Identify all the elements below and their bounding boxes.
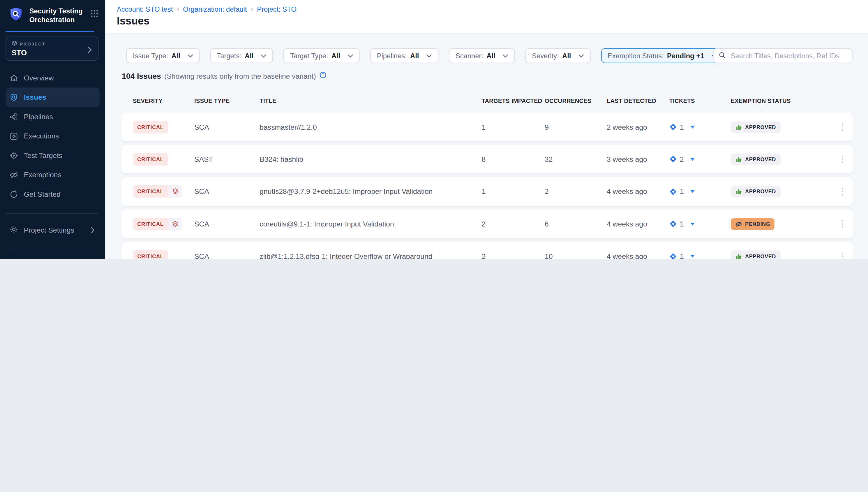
row-menu-kebab-icon[interactable] — [839, 218, 847, 230]
sidebar-item-overview[interactable]: Overview — [5, 68, 100, 88]
occurrences-cell: 2 — [545, 188, 607, 196]
tickets-cell[interactable]: 1 — [669, 252, 731, 259]
filter-targets[interactable]: Targets:All — [210, 48, 273, 63]
sidebar-item-test-targets[interactable]: Test Targets — [5, 146, 100, 165]
row-menu-kebab-icon[interactable] — [839, 153, 847, 165]
status-label: APPROVED — [745, 124, 776, 130]
sidebar-item-label: Test Targets — [24, 151, 62, 160]
ticket-count: 1 — [680, 188, 684, 196]
tickets-cell[interactable]: 1 — [669, 123, 731, 131]
main-content: Account: STO test › Organization: defaul… — [105, 0, 868, 259]
issue-row[interactable]: CRITICALSCAzlib@1:1.2.13.dfsg-1: Integer… — [122, 242, 853, 259]
chevron-down-icon — [502, 54, 508, 57]
status-label: APPROVED — [745, 156, 776, 162]
sidebar-item-exemptions[interactable]: Exemptions — [5, 165, 100, 184]
last-detected-cell: 4 weeks ago — [607, 252, 669, 259]
occurrences-cell: 32 — [545, 155, 607, 164]
chevron-right-icon — [87, 46, 92, 55]
exemption-status-cell: PENDING — [731, 218, 832, 230]
ticket-dropdown-caret-icon[interactable] — [690, 255, 695, 258]
ticket-dropdown-caret-icon[interactable] — [690, 125, 695, 128]
gear-icon — [9, 225, 18, 236]
last-detected-cell: 2 weeks ago — [607, 123, 669, 131]
sidebar-item-executions[interactable]: Executions — [5, 126, 100, 146]
severity-cell: CRITICAL — [133, 153, 194, 166]
targets-impacted-cell: 8 — [481, 155, 545, 164]
table-header: SEVERITY ISSUE TYPE TITLE TARGETS IMPACT… — [122, 97, 853, 104]
search-box[interactable] — [713, 48, 852, 63]
chevron-separator-icon: › — [251, 4, 253, 13]
chevron-down-icon — [426, 54, 432, 57]
severity-label: CRITICAL — [133, 250, 168, 259]
sidebar-item-label: Executions — [24, 132, 59, 140]
severity-label: CRITICAL — [133, 217, 168, 230]
row-menu-kebab-icon[interactable] — [839, 250, 847, 259]
ticket-dropdown-caret-icon[interactable] — [690, 222, 695, 225]
home-icon — [9, 73, 18, 82]
ticket-count: 1 — [680, 123, 684, 131]
ticket-count: 1 — [680, 220, 684, 228]
column-header-exemption-status: EXEMPTION STATUS — [731, 97, 832, 104]
ticket-count: 1 — [680, 252, 684, 259]
breadcrumb-organization-link[interactable]: Organization: default — [183, 5, 247, 13]
status-label: APPROVED — [745, 253, 776, 259]
tickets-cell[interactable]: 2 — [669, 155, 731, 164]
ticket-dropdown-caret-icon[interactable] — [690, 190, 695, 193]
filter-severity[interactable]: Severity:All — [525, 48, 590, 63]
search-input[interactable] — [730, 51, 847, 60]
thumbs-up-icon — [735, 123, 742, 130]
sidebar-item-account-settings[interactable]: Account Settings — [5, 258, 100, 259]
severity-label: CRITICAL — [133, 185, 168, 198]
issue-row[interactable]: CRITICALSCAcoreutils@9.1-1: Improper Inp… — [122, 210, 853, 239]
severity-badge: CRITICAL — [133, 185, 182, 198]
filter-exemption-status[interactable]: Exemption Status:Pending +1 — [601, 48, 724, 63]
severity-badge: CRITICAL — [133, 217, 182, 230]
tickets-cell[interactable]: 1 — [669, 188, 731, 196]
sidebar-item-pipelines[interactable]: Pipelines — [5, 107, 100, 126]
issues-table-body: CRITICALSCAbassmaster//1.2.0192 weeks ag… — [122, 113, 853, 259]
sidebar: Security Testing Orchestration PROJECT — [0, 0, 105, 259]
column-header-occurrences: OCCURRENCES — [545, 97, 607, 104]
row-menu-kebab-icon[interactable] — [839, 186, 847, 198]
module-switcher-icon[interactable] — [90, 6, 99, 30]
filter-scanner[interactable]: Scanner:All — [449, 48, 515, 63]
project-name: STO — [12, 49, 92, 57]
filter-value: All — [486, 52, 495, 60]
filter-value: All — [410, 52, 419, 60]
column-header-tickets: TICKETS — [669, 97, 731, 104]
approved-status-badge: APPROVED — [731, 153, 781, 165]
eye-off-icon — [9, 170, 18, 179]
sidebar-item-get-started[interactable]: Get Started — [5, 184, 100, 204]
chevron-right-icon — [91, 227, 95, 233]
issue-title-cell: gnutls28@3.7.9-2+deb12u5: Improper Input… — [260, 188, 481, 196]
issue-row[interactable]: CRITICALSASTB324: hashlib8323 weeks ago2… — [122, 145, 853, 174]
ticket-dropdown-caret-icon[interactable] — [690, 158, 695, 161]
column-header-targets-impacted: TARGETS IMPACTED — [481, 97, 545, 104]
filter-label: Pipelines: — [377, 52, 407, 60]
project-selector[interactable]: PROJECT STO — [5, 36, 99, 61]
severity-cell: CRITICAL — [133, 217, 194, 230]
issue-row[interactable]: CRITICALSCAbassmaster//1.2.0192 weeks ag… — [122, 113, 853, 141]
sidebar-item-issues[interactable]: Issues — [5, 88, 100, 107]
issue-type-cell: SAST — [194, 155, 260, 164]
info-icon[interactable] — [319, 71, 326, 81]
occurrences-cell: 10 — [545, 252, 607, 259]
breadcrumb-account-link[interactable]: Account: STO test — [117, 5, 173, 13]
chevron-down-icon — [347, 54, 353, 57]
thumbs-up-icon — [735, 188, 742, 195]
target-icon — [9, 151, 18, 160]
sidebar-item-project-settings[interactable]: Project Settings — [5, 220, 100, 240]
status-label: PENDING — [745, 221, 770, 227]
issues-shield-icon — [9, 93, 18, 101]
filter-target-type[interactable]: Target Type:All — [283, 48, 360, 63]
jira-ticket-icon — [669, 220, 677, 228]
eye-off-icon — [735, 220, 742, 228]
severity-cell: CRITICAL — [133, 185, 194, 198]
row-menu-kebab-icon[interactable] — [839, 121, 847, 133]
filter-issue-type[interactable]: Issue Type:All — [126, 48, 200, 63]
filter-pipelines[interactable]: Pipelines:All — [370, 48, 438, 63]
tickets-cell[interactable]: 1 — [669, 220, 731, 228]
issue-row[interactable]: CRITICALSCAgnutls28@3.7.9-2+deb12u5: Imp… — [122, 177, 853, 206]
pending-status-badge: PENDING — [731, 218, 775, 230]
breadcrumb-project-link[interactable]: Project: STO — [257, 5, 296, 13]
